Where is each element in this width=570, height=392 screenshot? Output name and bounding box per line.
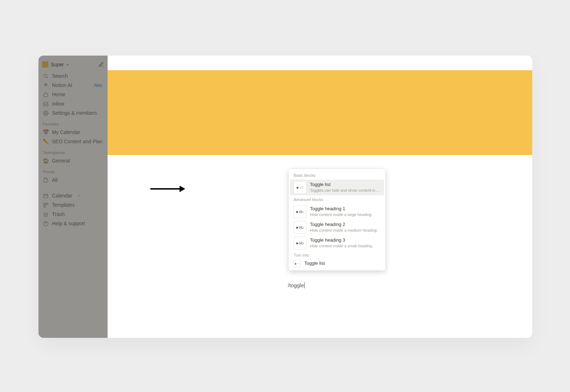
workspace-icon xyxy=(42,61,48,68)
svg-line-1 xyxy=(47,77,48,78)
sidebar-item-help[interactable]: Help & support xyxy=(38,219,108,228)
sidebar-private-item[interactable]: All xyxy=(38,175,108,185)
sidebar: Super ▾ Search Notion AI New Home Inbox … xyxy=(38,56,108,338)
slash-command-menu: Basic blocks ▶ Toggle list Toggles can h… xyxy=(289,169,385,270)
sidebar-item-calendar[interactable]: Calendar ↗ xyxy=(38,191,108,200)
svg-rect-3 xyxy=(43,194,47,198)
menu-item-title: Toggle list xyxy=(304,261,325,267)
sidebar-item-notion-ai[interactable]: Notion AI New xyxy=(38,81,108,90)
page-icon xyxy=(43,177,48,183)
slash-command-input[interactable]: /toggle xyxy=(288,282,305,288)
main-content: n pages /toggle Basic blocks ▶ Toggle li… xyxy=(108,56,532,338)
sidebar-item-trash[interactable]: Trash xyxy=(38,210,108,219)
app-window: Super ▾ Search Notion AI New Home Inbox … xyxy=(38,56,532,338)
calendar-icon xyxy=(43,193,48,198)
svg-point-2 xyxy=(45,112,46,114)
sidebar-teamspace-item[interactable]: 🏠 General xyxy=(38,156,108,165)
svg-point-0 xyxy=(44,74,47,77)
toggle-h3-icon: ▶H3 xyxy=(294,237,306,249)
toggle-list-icon: ▶ xyxy=(294,181,306,194)
chevron-down-icon: ▾ xyxy=(67,63,68,67)
menu-item-subtitle: Hide content inside a medium heading. xyxy=(310,228,378,233)
sidebar-item-label: Notion AI xyxy=(52,82,72,88)
menu-item-title: Toggle heading 1 xyxy=(310,206,373,212)
menu-item-title: Toggle list xyxy=(310,182,380,188)
sidebar-item-label: Search xyxy=(52,73,68,79)
private-section-label: Private xyxy=(38,165,108,175)
menu-item-subtitle: Hide content inside a large heading. xyxy=(310,212,373,217)
new-badge: New xyxy=(93,83,103,88)
sidebar-item-search[interactable]: Search xyxy=(38,71,108,81)
help-icon xyxy=(43,221,48,226)
sidebar-favorite-item[interactable]: 📅 My Calendar xyxy=(38,128,108,137)
templates-icon xyxy=(43,202,48,208)
menu-section-turninto: Turn into xyxy=(289,251,385,259)
sidebar-item-label: Trash xyxy=(52,211,64,217)
sidebar-item-templates[interactable]: Templates xyxy=(38,200,108,210)
page-emoji: 📅 xyxy=(43,129,48,135)
menu-section-basic: Basic blocks xyxy=(289,171,385,180)
sidebar-item-label: My Calendar xyxy=(52,129,80,135)
menu-item-toggle-list[interactable]: ▶ Toggle list Toggles can hide and show … xyxy=(290,180,384,195)
toggle-h2-icon: ▶H2 xyxy=(294,221,306,234)
trash-icon xyxy=(43,211,48,217)
sidebar-item-label: Help & support xyxy=(52,221,85,226)
gear-icon xyxy=(43,110,48,116)
sidebar-item-label: Calendar xyxy=(52,193,72,198)
menu-item-toggle-h2[interactable]: ▶H2 Toggle heading 2 Hide content inside… xyxy=(290,220,384,235)
page-emoji: ✏️ xyxy=(43,139,48,144)
menu-item-toggle-h3[interactable]: ▶H3 Toggle heading 3 Hide content inside… xyxy=(290,235,384,251)
toggle-small-icon: ▶ xyxy=(294,260,301,267)
teamspaces-section-label: Teamspaces xyxy=(38,146,108,156)
menu-item-subtitle: Hide content inside a small heading. xyxy=(310,243,373,248)
sidebar-item-inbox[interactable]: Inbox xyxy=(38,99,108,108)
sidebar-item-label: All xyxy=(52,177,58,183)
menu-item-turninto-toggle[interactable]: ▶ Toggle list xyxy=(290,259,384,268)
inbox-icon xyxy=(43,101,48,107)
favorites-section-label: Favorites xyxy=(38,118,108,128)
sparkle-icon xyxy=(43,82,48,88)
sidebar-item-label: Inbox xyxy=(52,101,64,107)
menu-item-subtitle: Toggles can hide and show content insi… xyxy=(310,188,380,193)
toggle-h1-icon: ▶H1 xyxy=(294,205,306,218)
menu-item-title: Toggle heading 3 xyxy=(310,237,373,243)
menu-section-advanced: Advanced blocks xyxy=(289,195,385,204)
svg-rect-7 xyxy=(43,205,45,207)
sidebar-item-label: General xyxy=(52,158,70,164)
workspace-name: Super xyxy=(51,62,64,67)
page-cover[interactable] xyxy=(108,70,532,155)
sidebar-item-label: Settings & members xyxy=(52,110,97,116)
sidebar-item-label: Templates xyxy=(52,202,75,208)
menu-item-toggle-h1[interactable]: ▶H1 Toggle heading 1 Hide content inside… xyxy=(290,204,384,220)
search-icon xyxy=(43,73,48,79)
sidebar-item-label: SEO Content and Plan xyxy=(52,139,103,144)
sidebar-item-home[interactable]: Home xyxy=(38,90,108,99)
home-icon xyxy=(43,92,48,97)
svg-rect-5 xyxy=(43,203,45,204)
compose-icon[interactable] xyxy=(98,62,104,67)
sidebar-item-label: Home xyxy=(52,92,65,97)
sidebar-favorite-item[interactable]: ✏️ SEO Content and Plan xyxy=(38,137,108,146)
teamspace-emoji: 🏠 xyxy=(43,158,48,164)
svg-rect-6 xyxy=(46,203,47,204)
sidebar-item-settings[interactable]: Settings & members xyxy=(38,108,108,118)
menu-item-title: Toggle heading 2 xyxy=(310,222,378,228)
workspace-switcher[interactable]: Super ▾ xyxy=(38,59,108,71)
external-link-icon: ↗ xyxy=(77,194,80,198)
